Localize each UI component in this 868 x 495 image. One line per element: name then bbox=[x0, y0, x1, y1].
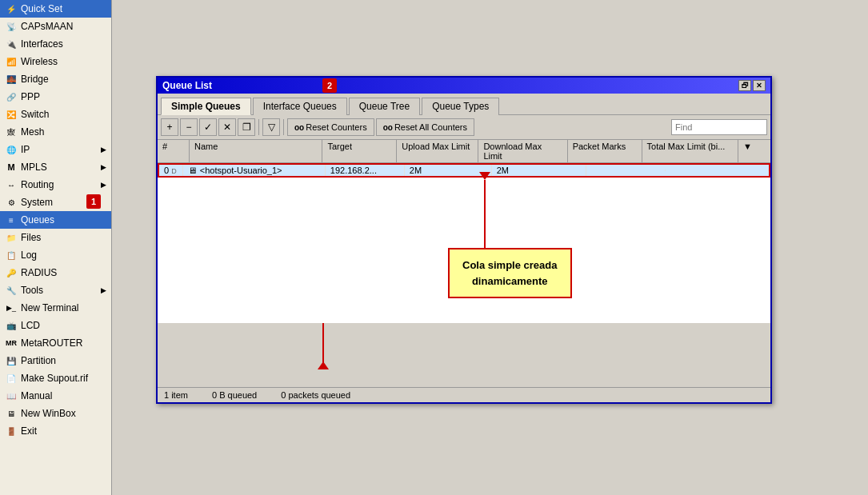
sidebar-item-partition[interactable]: 💾 Partition bbox=[0, 352, 111, 369]
sidebar-item-radius[interactable]: 🔑 RADIUS bbox=[0, 264, 111, 281]
sidebar-item-label: Interfaces bbox=[21, 38, 63, 50]
sidebar-item-new-winbox[interactable]: 🖥 New WinBox bbox=[0, 405, 111, 422]
routing-arrow: ▶ bbox=[101, 181, 106, 189]
mpls-icon: M bbox=[5, 161, 18, 174]
cell-marks bbox=[586, 170, 666, 171]
tab-queue-types[interactable]: Queue Types bbox=[422, 98, 499, 115]
edit-button[interactable]: ✓ bbox=[199, 118, 217, 136]
sidebar-item-label: MPLS bbox=[21, 162, 47, 173]
add-button[interactable]: + bbox=[161, 118, 178, 136]
terminal-icon: ▶_ bbox=[5, 301, 18, 314]
sidebar-item-manual[interactable]: 📖 Manual bbox=[0, 387, 111, 405]
sidebar-item-label: Queues bbox=[21, 214, 54, 226]
interfaces-icon: 🔌 bbox=[5, 38, 18, 50]
mpls-arrow: ▶ bbox=[101, 163, 106, 171]
queues-icon: ≡ bbox=[5, 214, 18, 226]
wireless-icon: 📶 bbox=[5, 55, 18, 68]
system-icon: ⚙ bbox=[5, 196, 18, 209]
cell-target: 192.168.2... bbox=[326, 165, 405, 176]
ip-arrow: ▶ bbox=[101, 146, 106, 154]
remove-button[interactable]: − bbox=[180, 118, 198, 136]
table-header: # Name Target Upload Max Limit Download … bbox=[158, 140, 770, 163]
reset-all-counters-button[interactable]: oo Reset All Counters bbox=[376, 118, 474, 136]
sidebar-item-tools[interactable]: 🔧 Tools ▶ bbox=[0, 281, 111, 299]
sidebar-item-label: IP bbox=[21, 144, 30, 155]
delete-button[interactable]: ✕ bbox=[218, 118, 236, 136]
tab-simple-queues[interactable]: Simple Queues bbox=[161, 98, 251, 115]
sidebar-item-switch[interactable]: 🔀 Switch bbox=[0, 106, 111, 123]
sidebar-item-routing[interactable]: ↔ Routing ▶ bbox=[0, 176, 111, 194]
sidebar-item-label: Quick Set bbox=[21, 3, 62, 14]
table-row[interactable]: 0 D 🖥 <hotspot-Usuario_1> 192.168.2... 2… bbox=[158, 163, 770, 178]
sidebar-item-make-supout[interactable]: 📄 Make Supout.rif bbox=[0, 369, 111, 387]
sidebar-item-label: New Terminal bbox=[21, 302, 78, 313]
cell-download: 2M bbox=[492, 165, 587, 176]
sidebar-item-exit[interactable]: 🚪 Exit bbox=[0, 422, 111, 440]
make-icon: 📄 bbox=[5, 372, 18, 385]
status-packets: 0 packets queued bbox=[281, 390, 350, 400]
window-titlebar: Queue List 🗗 ✕ bbox=[158, 78, 770, 94]
tab-queue-tree[interactable]: Queue Tree bbox=[349, 98, 420, 115]
sidebar-item-new-terminal[interactable]: ▶_ New Terminal bbox=[0, 299, 111, 317]
filter-button[interactable]: ▽ bbox=[262, 118, 280, 136]
routing-icon: ↔ bbox=[5, 178, 18, 191]
window-restore-button[interactable]: 🗗 bbox=[738, 80, 751, 91]
window-close-button[interactable]: ✕ bbox=[753, 80, 766, 91]
sidebar-item-wireless[interactable]: 📶 Wireless bbox=[0, 53, 111, 70]
sidebar-item-label: Partition bbox=[21, 355, 56, 366]
sidebar-item-ppp[interactable]: 🔗 PPP bbox=[0, 88, 111, 106]
col-upload: Upload Max Limit bbox=[397, 140, 478, 162]
status-bar: 1 item 0 B queued 0 packets queued bbox=[158, 387, 770, 402]
sidebar-item-bridge[interactable]: 🌉 Bridge bbox=[0, 70, 111, 88]
cell-name: 🖥 <hotspot-Usuario_1> bbox=[183, 165, 326, 176]
sidebar-item-files[interactable]: 📁 Files bbox=[0, 229, 111, 246]
reset-counters-button[interactable]: oo Reset Counters bbox=[287, 118, 374, 136]
sidebar-item-label: Wireless bbox=[21, 56, 58, 67]
radius-icon: 🔑 bbox=[5, 266, 18, 279]
sidebar-item-log[interactable]: 📋 Log bbox=[0, 246, 111, 264]
ip-icon: 🌐 bbox=[5, 143, 18, 156]
col-name: Name bbox=[190, 140, 322, 162]
badge-1: 1 bbox=[86, 194, 101, 209]
sidebar-item-mpls[interactable]: M MPLS ▶ bbox=[0, 158, 111, 176]
sidebar-item-capsman[interactable]: 📡 CAPsMAAN bbox=[0, 18, 111, 35]
toolbar-separator-2 bbox=[283, 119, 284, 135]
col-total: Total Max Limit (bi... bbox=[642, 140, 738, 162]
winbox-icon: 🖥 bbox=[5, 407, 18, 420]
col-download: Download Max Limit bbox=[478, 140, 567, 162]
sidebar-item-mesh[interactable]: 🕸 Mesh bbox=[0, 123, 111, 141]
exit-icon: 🚪 bbox=[5, 425, 18, 437]
sidebar-item-interfaces[interactable]: 🔌 Interfaces bbox=[0, 35, 111, 53]
sidebar-item-label: Log bbox=[21, 249, 37, 261]
tooltip-box: Cola simple creada dinamicamente bbox=[448, 248, 572, 298]
mesh-icon: 🕸 bbox=[5, 126, 18, 138]
sidebar-item-metarouter[interactable]: MR MetaROUTER bbox=[0, 334, 111, 352]
queue-list-window: Queue List 🗗 ✕ Simple Queues Interface Q… bbox=[156, 76, 772, 404]
sidebar-item-label: Bridge bbox=[21, 74, 49, 85]
copy-button[interactable]: ❐ bbox=[238, 118, 255, 136]
sidebar-item-quick-set[interactable]: ⚡ Quick Set bbox=[0, 0, 111, 18]
sidebar-item-label: LCD bbox=[21, 320, 40, 331]
sidebar-item-label: CAPsMAAN bbox=[21, 21, 73, 32]
sidebar-item-label: Manual bbox=[21, 390, 52, 401]
tab-interface-queues[interactable]: Interface Queues bbox=[253, 98, 347, 115]
cell-total bbox=[666, 170, 769, 171]
badge-2: 2 bbox=[322, 78, 337, 93]
tooltip-line1: Cola simple creada bbox=[462, 259, 558, 271]
col-expand[interactable]: ▼ bbox=[738, 140, 770, 162]
oo-icon-2: oo bbox=[383, 123, 393, 132]
col-marks: Packet Marks bbox=[568, 140, 642, 162]
sidebar-item-queues[interactable]: ≡ Queues bbox=[0, 211, 111, 229]
find-input[interactable] bbox=[671, 119, 767, 135]
sidebar-item-lcd[interactable]: 📺 LCD bbox=[0, 317, 111, 334]
sidebar-item-label: Routing bbox=[21, 179, 54, 190]
sidebar-item-ip[interactable]: 🌐 IP ▶ bbox=[0, 141, 111, 158]
sidebar-item-label: Mesh bbox=[21, 126, 44, 138]
metarouter-icon: MR bbox=[5, 337, 18, 349]
cell-num: 0 D bbox=[159, 165, 183, 176]
status-queued: 0 B queued bbox=[212, 390, 257, 400]
files-icon: 📁 bbox=[5, 231, 18, 244]
toolbar-separator-1 bbox=[258, 119, 259, 135]
col-hash: # bbox=[158, 140, 190, 162]
row-icon: 🖥 bbox=[188, 166, 197, 175]
